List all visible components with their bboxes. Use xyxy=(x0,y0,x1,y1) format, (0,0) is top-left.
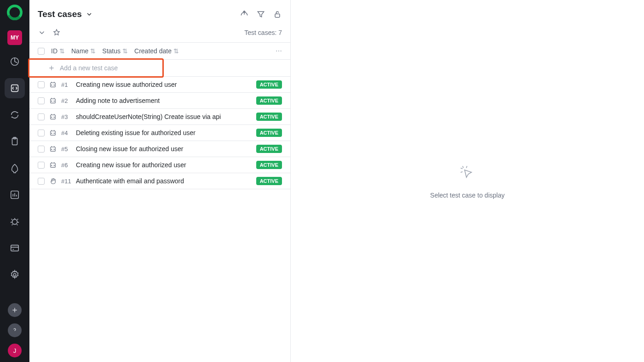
nav-clipboard[interactable] xyxy=(5,131,25,152)
row-name: Adding note to advertisement xyxy=(76,97,252,104)
chevron-down-icon xyxy=(86,11,93,18)
test-case-count: Test cases: 7 xyxy=(244,29,282,36)
row-name: Creating new issue authorized user xyxy=(76,81,252,88)
row-id: #3 xyxy=(61,113,71,120)
row-checkbox[interactable] xyxy=(38,113,45,120)
automated-icon xyxy=(49,129,57,136)
row-checkbox[interactable] xyxy=(38,97,45,104)
table-row[interactable]: #5Closing new issue for authorized userA… xyxy=(29,141,290,157)
status-badge: ACTIVE xyxy=(256,145,282,153)
add-test-case-label: Add a new test case xyxy=(60,64,118,72)
row-checkbox[interactable] xyxy=(38,146,45,153)
table-row[interactable]: #6Creating new issue for authorized user… xyxy=(29,157,290,173)
table-row[interactable]: #3shouldCreateUserNote(String) Create is… xyxy=(29,109,290,125)
detail-empty-panel: Select test case to display xyxy=(291,0,644,362)
nav-launches[interactable] xyxy=(5,158,25,178)
svg-rect-16 xyxy=(51,163,56,167)
manual-icon xyxy=(49,177,57,185)
test-case-rows: #1Creating new issue authorized userACTI… xyxy=(29,77,290,189)
nav-settings[interactable] xyxy=(5,265,25,285)
automated-icon xyxy=(49,113,57,120)
row-name: Closing new issue for authorized user xyxy=(76,145,252,153)
app-logo[interactable] xyxy=(7,5,23,20)
svg-rect-12 xyxy=(51,99,56,103)
panel-header: Test cases xyxy=(29,0,290,26)
add-test-case-button[interactable]: Add a new test case xyxy=(28,58,164,78)
row-id: #4 xyxy=(61,130,71,136)
row-name: shouldCreateUserNote(String) Create issu… xyxy=(76,113,252,120)
page-title-text: Test cases xyxy=(38,9,82,19)
nav-test-cases[interactable] xyxy=(5,78,25,98)
table-row[interactable]: #1Creating new issue authorized userACTI… xyxy=(29,77,290,93)
svg-point-9 xyxy=(13,273,16,276)
status-badge: ACTIVE xyxy=(256,96,282,105)
row-id: #2 xyxy=(61,97,71,104)
test-case-list-panel: Test cases Test cases: 7 ID⇅ Name⇅ Statu… xyxy=(29,0,291,362)
row-checkbox[interactable] xyxy=(38,178,45,185)
row-checkbox[interactable] xyxy=(38,162,45,169)
left-nav-sidebar: MY xyxy=(0,0,29,362)
column-id[interactable]: ID⇅ xyxy=(51,47,65,55)
table-row[interactable]: #11Authenticate with email and passwordA… xyxy=(29,173,290,189)
filter-icon[interactable] xyxy=(256,10,265,19)
row-id: #5 xyxy=(61,146,71,153)
nav-analytics[interactable] xyxy=(5,185,25,205)
row-checkbox[interactable] xyxy=(38,130,45,136)
columns-more-icon[interactable]: ⋯ xyxy=(276,47,282,55)
sort-icon: ⇅ xyxy=(90,47,96,55)
svg-point-7 xyxy=(12,219,17,224)
project-badge[interactable]: MY xyxy=(7,30,22,45)
star-icon[interactable] xyxy=(52,28,61,37)
export-icon[interactable] xyxy=(240,10,249,19)
table-header: ID⇅ Name⇅ Status⇅ Created date⇅ ⋯ xyxy=(29,42,290,60)
sort-icon: ⇅ xyxy=(59,47,65,55)
row-name: Authenticate with email and password xyxy=(76,177,252,185)
row-id: #11 xyxy=(61,178,71,185)
automated-icon xyxy=(49,161,57,169)
svg-rect-15 xyxy=(51,147,56,151)
user-avatar[interactable]: J xyxy=(8,344,22,357)
column-created[interactable]: Created date⇅ xyxy=(134,47,179,55)
svg-rect-13 xyxy=(51,115,56,119)
status-badge: ACTIVE xyxy=(256,129,282,137)
nav-dashboard[interactable] xyxy=(5,51,25,72)
automated-icon xyxy=(49,145,57,153)
panel-subheader: Test cases: 7 xyxy=(29,26,290,42)
sort-icon: ⇅ xyxy=(122,47,128,55)
column-name[interactable]: Name⇅ xyxy=(71,47,96,55)
automated-icon xyxy=(49,81,57,88)
plus-icon xyxy=(48,64,55,72)
nav-defects[interactable] xyxy=(5,211,25,232)
nav-integrations[interactable] xyxy=(5,238,25,258)
svg-rect-10 xyxy=(275,14,280,17)
empty-state-text: Select test case to display xyxy=(430,192,505,199)
svg-rect-14 xyxy=(51,131,56,135)
select-all-checkbox[interactable] xyxy=(38,48,45,55)
row-checkbox[interactable] xyxy=(38,81,45,88)
column-status[interactable]: Status⇅ xyxy=(102,47,128,55)
sort-icon: ⇅ xyxy=(173,47,179,55)
row-name: Deleting existing issue for authorized u… xyxy=(76,129,252,136)
table-row[interactable]: #4Deleting existing issue for authorized… xyxy=(29,125,290,141)
help-button[interactable] xyxy=(8,323,22,337)
svg-rect-8 xyxy=(11,245,19,251)
collapse-all-icon[interactable] xyxy=(38,28,46,37)
status-badge: ACTIVE xyxy=(256,80,282,89)
status-badge: ACTIVE xyxy=(256,161,282,169)
page-title[interactable]: Test cases xyxy=(38,9,93,19)
svg-rect-11 xyxy=(51,83,56,87)
add-button[interactable] xyxy=(8,303,22,317)
table-row[interactable]: #2Adding note to advertisementACTIVE xyxy=(29,93,290,109)
row-name: Creating new issue for authorized user xyxy=(76,161,252,169)
automated-icon xyxy=(49,97,57,104)
nav-sync[interactable] xyxy=(5,105,25,125)
row-id: #1 xyxy=(61,81,71,88)
cursor-click-icon xyxy=(458,164,477,183)
row-id: #6 xyxy=(61,162,71,169)
status-badge: ACTIVE xyxy=(256,177,282,185)
status-badge: ACTIVE xyxy=(256,113,282,121)
lock-icon[interactable] xyxy=(273,10,282,19)
